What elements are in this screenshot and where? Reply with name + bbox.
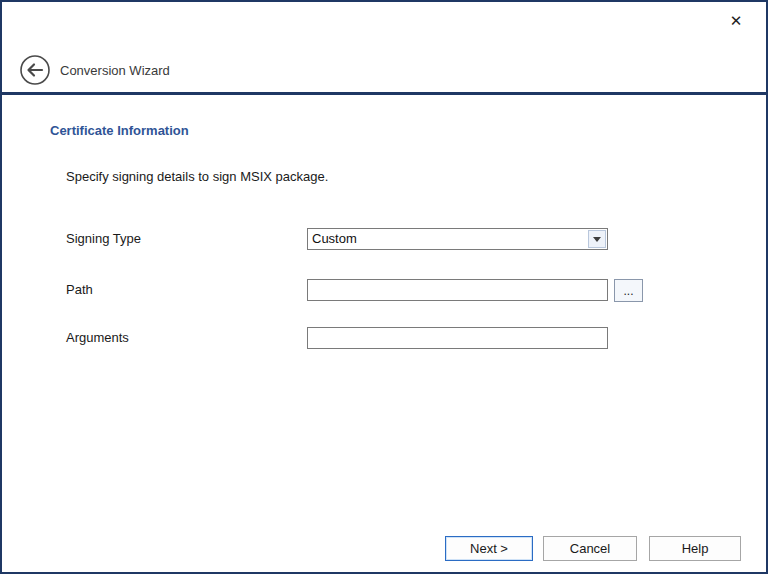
help-button[interactable]: Help xyxy=(649,536,741,561)
wizard-header: Conversion Wizard xyxy=(2,48,766,92)
back-button[interactable] xyxy=(19,54,51,86)
next-button-label: Next > xyxy=(470,541,508,556)
arguments-label: Arguments xyxy=(66,327,129,349)
help-button-label: Help xyxy=(682,541,709,556)
arguments-input[interactable] xyxy=(307,327,608,349)
next-button[interactable]: Next > xyxy=(445,536,533,561)
page-description: Specify signing details to sign MSIX pac… xyxy=(66,169,328,184)
page-title: Certificate Information xyxy=(50,123,189,138)
browse-button[interactable]: ... xyxy=(614,279,643,302)
header-separator xyxy=(2,92,766,95)
signing-type-label: Signing Type xyxy=(66,228,141,250)
browse-ellipsis-icon: ... xyxy=(623,286,633,296)
cancel-button[interactable]: Cancel xyxy=(543,536,637,561)
path-label: Path xyxy=(66,279,93,301)
path-input[interactable] xyxy=(307,279,608,301)
dropdown-button[interactable] xyxy=(588,230,606,248)
close-button[interactable]: ✕ xyxy=(724,9,748,33)
wizard-title: Conversion Wizard xyxy=(60,48,170,92)
cancel-button-label: Cancel xyxy=(570,541,610,556)
back-arrow-icon xyxy=(19,54,51,86)
conversion-wizard-dialog: ✕ Conversion Wizard Certificate Informat… xyxy=(0,0,768,574)
chevron-down-icon xyxy=(593,237,601,242)
signing-type-combobox[interactable]: Custom xyxy=(307,228,608,250)
signing-type-value: Custom xyxy=(308,229,587,249)
close-icon: ✕ xyxy=(730,12,743,30)
